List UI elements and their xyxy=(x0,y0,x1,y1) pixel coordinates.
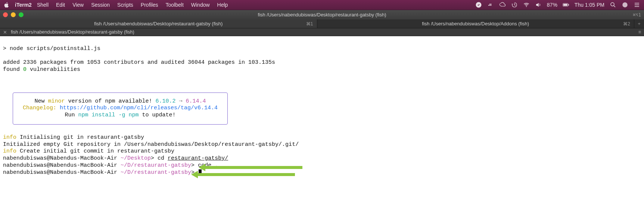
tab-2[interactable]: fish /Users/nabendubiswas/Desktop/Addons… xyxy=(317,19,635,28)
tab-1[interactable]: fish /Users/nabendubiswas/Desktop/restau… xyxy=(0,19,317,28)
minimize-button[interactable] xyxy=(11,12,16,17)
svg-point-1 xyxy=(526,6,527,7)
term-line-vuln-prefix: found xyxy=(3,66,23,73)
notification-center-icon[interactable] xyxy=(634,1,640,8)
menubar-clock[interactable]: Thu 1:05 PM xyxy=(575,2,604,8)
svg-rect-3 xyxy=(563,4,567,6)
wifi-icon[interactable] xyxy=(523,1,530,8)
changelog-link: https://github.com/npm/cli/releases/tag/… xyxy=(60,105,218,111)
prompt-path: ~/Desktop xyxy=(117,155,151,162)
battery-icon[interactable] xyxy=(563,1,569,8)
tab-shortcut: ⌘1 xyxy=(306,21,313,26)
prompt-path: ~/D/restaurant-gatsby xyxy=(117,169,191,176)
siri-icon[interactable] xyxy=(622,1,628,8)
npm-update-box: New minor version of npm available! 6.10… xyxy=(13,93,228,125)
menu-window[interactable]: Window xyxy=(191,2,210,8)
time-machine-icon[interactable] xyxy=(511,1,518,8)
menu-edit[interactable]: Edit xyxy=(56,2,65,8)
menu-scripts[interactable]: Scripts xyxy=(117,2,133,8)
volume-icon[interactable] xyxy=(535,1,542,8)
prompt-user: nabendubiswas@Nabendus-MacBook-Air xyxy=(3,155,117,162)
menu-toolbelt[interactable]: Toolbelt xyxy=(166,2,184,8)
annotation-arrow-1 xyxy=(202,166,302,169)
cmd-cd: cd xyxy=(158,155,168,162)
pane-title-bar: ✕ fish /Users/nabendubiswas/Desktop/rest… xyxy=(0,28,644,36)
window-shortcut-badge: ⌘⌥1 xyxy=(633,12,641,18)
pane-title: fish /Users/nabendubiswas/Desktop/restau… xyxy=(11,29,134,35)
new-tab-button[interactable]: + xyxy=(634,19,644,28)
info-label: info xyxy=(3,134,16,141)
window-title: fish /Users/nabendubiswas/Desktop/restau… xyxy=(258,12,386,18)
prompt-user: nabendubiswas@Nabendus-MacBook-Air xyxy=(3,162,117,169)
terminal-pane[interactable]: > node scripts/postinstall.js added 2336… xyxy=(0,36,644,210)
annotation-arrow-2 xyxy=(194,173,295,176)
menu-shell[interactable]: Shell xyxy=(37,2,49,8)
menu-session[interactable]: Session xyxy=(91,2,110,8)
macos-menubar: iTerm2 Shell Edit View Session Scripts P… xyxy=(0,0,644,10)
creative-cloud-icon[interactable] xyxy=(499,1,506,8)
check-circle-icon[interactable] xyxy=(475,1,482,8)
spotlight-icon[interactable] xyxy=(610,1,616,8)
vuln-count: 0 xyxy=(23,66,27,73)
tab-shortcut: ⌘2 xyxy=(623,21,630,26)
menu-help[interactable]: Help xyxy=(217,2,228,8)
svg-point-6 xyxy=(622,2,628,7)
menu-view[interactable]: View xyxy=(72,2,84,8)
close-button[interactable] xyxy=(3,12,8,17)
tab-bar: fish /Users/nabendubiswas/Desktop/restau… xyxy=(0,19,644,28)
term-line-vuln-suffix: vulnerabilities xyxy=(27,66,80,73)
hamburger-icon[interactable]: ≡ xyxy=(638,29,641,35)
prompt-user: nabendubiswas@Nabendus-MacBook-Air xyxy=(3,169,117,176)
menubar-right: 87% Thu 1:05 PM xyxy=(475,1,640,8)
term-line-added: added 2336 packages from 1053 contributo… xyxy=(3,59,275,66)
menu-profiles[interactable]: Profiles xyxy=(141,2,158,8)
tab-label: fish /Users/nabendubiswas/Desktop/restau… xyxy=(94,21,223,26)
tab-label: fish /Users/nabendubiswas/Desktop/Addons… xyxy=(422,21,529,26)
svg-point-5 xyxy=(611,3,614,6)
prompt-path: ~/D/restaurant-gatsby xyxy=(117,162,191,169)
window-titlebar: fish /Users/nabendubiswas/Desktop/restau… xyxy=(0,10,644,19)
info-label: info xyxy=(3,148,16,154)
apple-logo-icon[interactable] xyxy=(4,2,10,8)
close-pane-icon[interactable]: ✕ xyxy=(3,29,7,35)
app-name[interactable]: iTerm2 xyxy=(15,2,32,8)
cd-argument: restaurant-gatsby/ xyxy=(168,155,228,162)
docker-icon[interactable] xyxy=(487,1,494,8)
zoom-button[interactable] xyxy=(19,12,24,17)
battery-percent[interactable]: 87% xyxy=(547,2,557,8)
term-line-cmd: > node scripts/postinstall.js xyxy=(3,46,100,52)
svg-rect-4 xyxy=(568,4,569,6)
traffic-lights xyxy=(3,12,24,17)
